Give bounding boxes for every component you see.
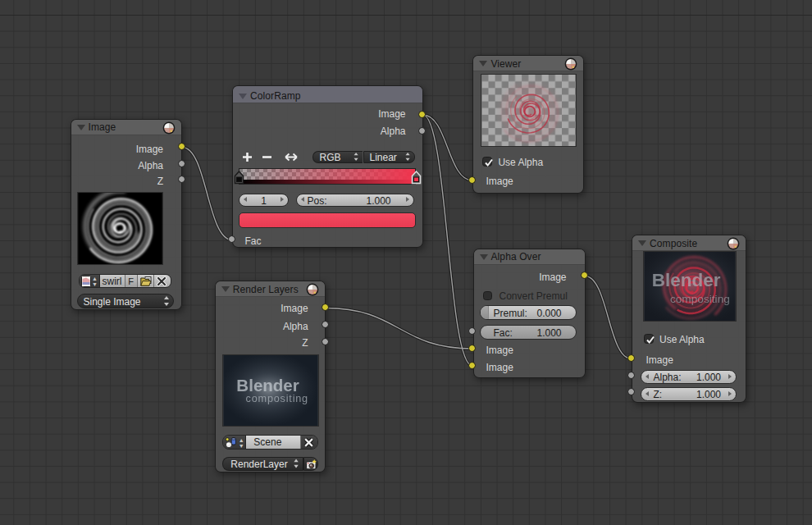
svg-text:compositing: compositing — [670, 293, 730, 305]
svg-text:compositing: compositing — [246, 393, 308, 404]
svg-text:Blender: Blender — [652, 270, 721, 290]
svg-text:Blender: Blender — [237, 376, 299, 395]
